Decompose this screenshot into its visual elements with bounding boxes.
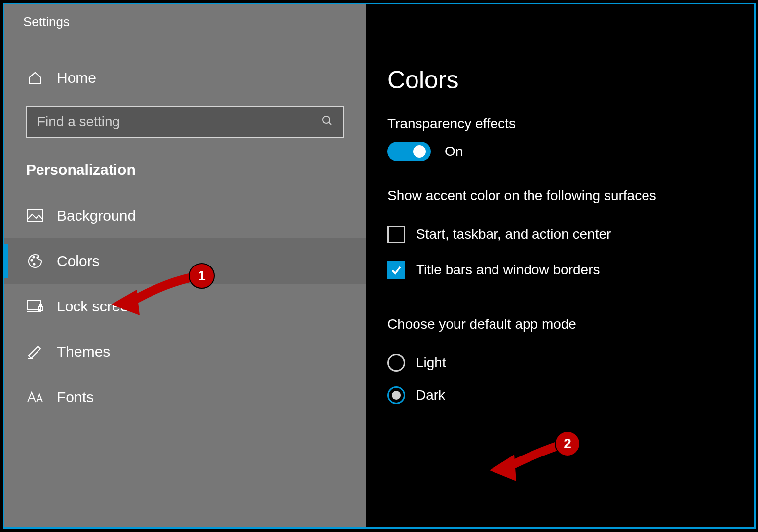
- sidebar-item-label: Background: [57, 207, 136, 224]
- checkbox-label: Title bars and window borders: [416, 262, 600, 278]
- sidebar-item-label: Lock screen: [57, 298, 137, 315]
- radio-label: Light: [416, 355, 446, 371]
- transparency-value: On: [445, 144, 463, 159]
- search-placeholder: Find a setting: [37, 114, 120, 130]
- transparency-heading: Transparency effects: [387, 116, 732, 132]
- draw-icon: [26, 345, 44, 359]
- app-mode-heading: Choose your default app mode: [387, 316, 732, 332]
- radio-label: Dark: [416, 387, 445, 403]
- page-title: Colors: [387, 66, 732, 94]
- sidebar-item-themes[interactable]: Themes: [4, 329, 366, 375]
- accent-surfaces-heading: Show accent color on the following surfa…: [387, 188, 732, 204]
- home-icon: [26, 71, 44, 85]
- svg-line-1: [329, 122, 331, 125]
- sidebar: Settings Home Find a setting Personaliza…: [4, 4, 366, 527]
- checkbox-icon: [387, 226, 405, 243]
- settings-window: Settings Home Find a setting Personaliza…: [3, 3, 756, 529]
- window-title: Settings: [4, 4, 366, 39]
- sidebar-nav-list: Background Colors: [4, 193, 366, 420]
- sidebar-item-lock-screen[interactable]: Lock screen: [4, 284, 366, 329]
- checkbox-checked-icon: [387, 261, 405, 279]
- radio-selected-icon: [387, 386, 405, 404]
- radio-light[interactable]: Light: [387, 354, 732, 372]
- svg-point-6: [33, 263, 35, 265]
- picture-icon: [26, 209, 44, 222]
- sidebar-item-label: Colors: [57, 253, 100, 269]
- monitor-lock-icon: [26, 300, 44, 313]
- svg-point-5: [37, 257, 38, 258]
- sidebar-item-colors[interactable]: Colors: [4, 238, 366, 284]
- checkbox-title-bars[interactable]: Title bars and window borders: [387, 261, 732, 279]
- checkbox-label: Start, taskbar, and action center: [416, 227, 611, 242]
- search-input[interactable]: Find a setting: [26, 106, 344, 138]
- sidebar-item-fonts[interactable]: Fonts: [4, 375, 366, 420]
- content-pane: Colors Transparency effects On Show acce…: [366, 4, 754, 527]
- sidebar-item-background[interactable]: Background: [4, 193, 366, 238]
- sidebar-item-label: Themes: [57, 343, 110, 360]
- search-row: Find a setting: [4, 99, 366, 138]
- radio-dark[interactable]: Dark: [387, 386, 732, 404]
- font-icon: [26, 390, 44, 404]
- svg-rect-2: [28, 210, 42, 222]
- home-nav[interactable]: Home: [4, 57, 366, 99]
- sidebar-group-heading: Personalization: [4, 138, 366, 189]
- radio-icon: [387, 354, 405, 372]
- checkbox-start-taskbar[interactable]: Start, taskbar, and action center: [387, 226, 732, 243]
- sidebar-item-label: Fonts: [57, 389, 94, 406]
- palette-icon: [26, 253, 44, 269]
- svg-point-4: [33, 256, 34, 258]
- svg-point-3: [31, 259, 32, 261]
- svg-point-0: [323, 116, 330, 123]
- search-icon: [321, 115, 333, 129]
- transparency-toggle[interactable]: [387, 142, 431, 161]
- home-label: Home: [57, 70, 96, 86]
